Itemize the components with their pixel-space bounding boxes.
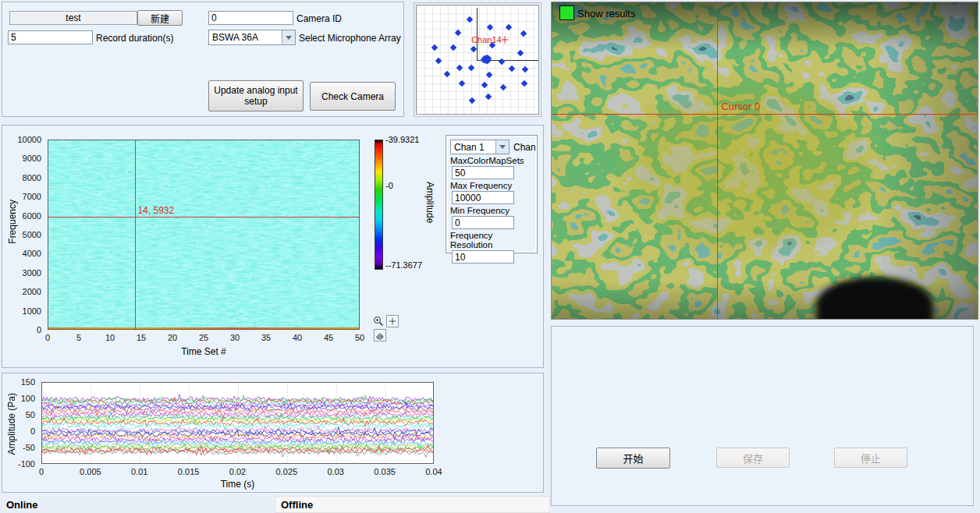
mic-dot bbox=[499, 58, 505, 64]
spectrogram-panel: Frequency 100009000800070006000500040003… bbox=[2, 125, 544, 368]
record-duration-label: Record duration(s) bbox=[96, 33, 173, 44]
mic-dot bbox=[431, 44, 438, 51]
max-colormap-label: MaxColorMapSets bbox=[450, 156, 533, 165]
waveform-x-axis-label: Time (s) bbox=[41, 479, 434, 490]
mic-dot bbox=[487, 24, 493, 30]
mic-dot bbox=[456, 64, 462, 70]
session-name-input[interactable]: test bbox=[9, 11, 137, 25]
show-results-label: Show results bbox=[577, 8, 635, 19]
channel-selected-value: Chan 1 bbox=[454, 142, 485, 153]
check-camera-button[interactable]: Check Camera bbox=[310, 82, 396, 111]
spectrogram-cursor-hline[interactable] bbox=[48, 217, 359, 218]
max-frequency-field-group: Max Frequency bbox=[450, 181, 533, 204]
spectrogram-y-ticks: 1000090008000700060005000400030002000100… bbox=[2, 140, 44, 330]
camera-id-label: Camera ID bbox=[296, 13, 342, 24]
mic-position-markers bbox=[417, 5, 538, 114]
zoom-tool-icon[interactable] bbox=[372, 315, 385, 327]
spectrogram-dc-row bbox=[48, 327, 359, 329]
mic-dot bbox=[485, 71, 492, 77]
mic-cursor-label: Chan14 bbox=[471, 35, 502, 44]
chevron-down-icon[interactable] bbox=[282, 30, 295, 44]
update-analog-input-button[interactable]: Update analog input setup bbox=[208, 80, 304, 111]
mic-dot bbox=[522, 66, 528, 73]
mic-dot bbox=[470, 46, 477, 52]
mic-dot bbox=[506, 23, 512, 30]
mic-dot bbox=[443, 71, 449, 77]
stop-button[interactable]: 停止 bbox=[834, 448, 907, 468]
mic-dot bbox=[521, 80, 527, 87]
run-control-panel: 开始 保存 停止 bbox=[551, 326, 974, 506]
max-colormap-field-group: MaxColorMapSets bbox=[450, 156, 533, 179]
mic-array-plot[interactable]: Chan14 bbox=[416, 5, 539, 115]
mic-array-label: Select Microphone Array bbox=[299, 33, 401, 44]
min-frequency-input[interactable] bbox=[452, 216, 514, 229]
min-frequency-field-group: Min Frequency bbox=[450, 206, 533, 229]
mic-dot bbox=[500, 84, 506, 90]
offline-status-strip: Offline bbox=[275, 496, 550, 513]
mic-dot bbox=[517, 50, 523, 56]
image-cursor-label: Cursor 0 bbox=[721, 101, 760, 112]
save-button[interactable]: 保存 bbox=[716, 448, 790, 468]
start-button[interactable]: 开始 bbox=[596, 448, 670, 469]
mic-dot bbox=[450, 44, 456, 50]
mic-dot bbox=[509, 65, 515, 72]
max-frequency-input[interactable] bbox=[452, 191, 514, 204]
mic-dot bbox=[469, 97, 475, 103]
mic-dot bbox=[454, 29, 460, 35]
chevron-down-icon[interactable] bbox=[495, 140, 509, 154]
spectrogram-x-axis-label: Time Set # bbox=[48, 346, 360, 357]
camera-scene-shading bbox=[552, 2, 978, 319]
analysis-controls-box: Chan 1 Chan MaxColorMapSets Max Frequenc… bbox=[446, 135, 538, 253]
show-results-checkbox[interactable] bbox=[559, 5, 574, 20]
mic-dot bbox=[467, 16, 473, 23]
spectrogram-cursor-label: 14, 5932 bbox=[137, 205, 174, 216]
camera-id-input[interactable] bbox=[208, 11, 293, 25]
frequency-resolution-field-group: Frequency Resolution bbox=[450, 231, 533, 264]
image-cursor-vline[interactable] bbox=[717, 2, 718, 319]
online-status-label: Online bbox=[6, 499, 37, 511]
record-duration-input[interactable] bbox=[8, 30, 93, 44]
waveform-panel: Amplitude (Pa) 150100500-50-100 00.0050.… bbox=[2, 373, 544, 493]
spectrogram-noise-image bbox=[48, 140, 359, 329]
mic-dot bbox=[485, 94, 491, 100]
mic-dot bbox=[520, 30, 527, 37]
mic-array-select[interactable]: BSWA 36A bbox=[208, 30, 296, 45]
mic-dot bbox=[435, 58, 442, 64]
colorbar-max-label: -39.9321 bbox=[385, 135, 419, 144]
max-frequency-label: Max Frequency bbox=[450, 181, 533, 190]
waveform-plot[interactable] bbox=[41, 382, 434, 464]
spectrogram-x-ticks: 05101520253035404550 bbox=[48, 333, 360, 342]
frequency-resolution-input[interactable] bbox=[452, 250, 514, 264]
frequency-resolution-label: Frequency Resolution bbox=[450, 231, 533, 249]
setup-panel: test 新建 Record duration(s) Camera ID BSW… bbox=[2, 2, 404, 117]
colorbar-axis-label: Amplitude bbox=[424, 182, 435, 223]
channel-select[interactable]: Chan 1 bbox=[450, 140, 510, 154]
mic-cursor-cross-icon[interactable] bbox=[501, 37, 508, 44]
colorbar-min-label: --71.3677 bbox=[385, 260, 422, 270]
new-session-button[interactable]: 新建 bbox=[137, 10, 183, 26]
offline-status-label: Offline bbox=[281, 499, 313, 511]
colorbar-mid-label: -0 bbox=[385, 181, 393, 190]
spectrogram-cursor-vline[interactable] bbox=[135, 140, 136, 329]
max-colormap-input[interactable] bbox=[452, 166, 514, 179]
waveform-x-ticks: 00.0050.010.0150.020.0250.030.0350.04 bbox=[41, 467, 434, 476]
waveform-traces bbox=[42, 383, 434, 464]
mic-dot bbox=[458, 80, 464, 86]
pan-tool-icon[interactable] bbox=[374, 329, 386, 341]
mic-array-plot-panel: Chan14 bbox=[414, 2, 541, 117]
waveform-y-ticks: 150100500-50-100 bbox=[2, 382, 38, 464]
channel-label: Chan bbox=[513, 142, 536, 153]
min-frequency-label: Min Frequency bbox=[450, 206, 533, 215]
camera-view[interactable]: Cursor 0 Show results bbox=[551, 2, 978, 320]
cursor-tool-icon[interactable] bbox=[386, 315, 399, 327]
image-cursor-hline[interactable] bbox=[552, 114, 978, 115]
mic-dot bbox=[481, 81, 487, 87]
amplitude-colorbar bbox=[375, 140, 383, 270]
spectrogram-plot[interactable]: 14, 5932 bbox=[48, 140, 360, 330]
mic-array-selected-value: BSWA 36A bbox=[212, 32, 258, 43]
acoustic-camera-app: { "setup_panel": { "session_name": "test… bbox=[0, 0, 980, 513]
mic-dot bbox=[467, 65, 474, 71]
